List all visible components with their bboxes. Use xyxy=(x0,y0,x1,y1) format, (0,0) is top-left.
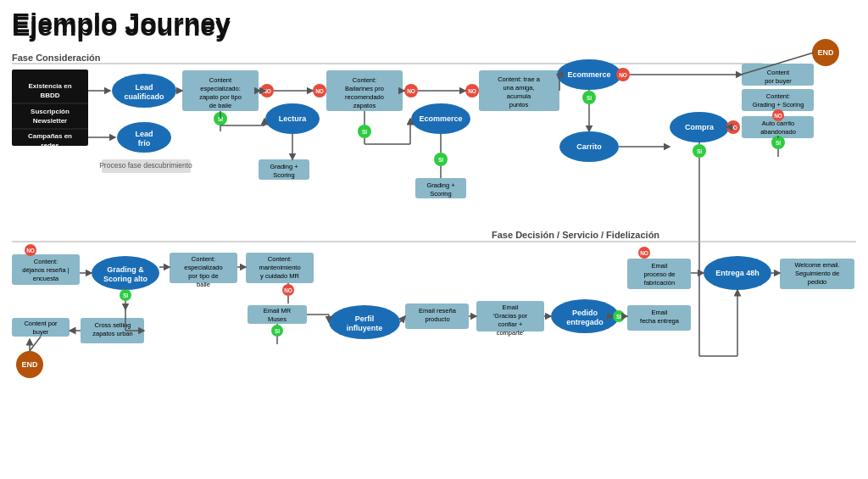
svg-text:influyente: influyente xyxy=(347,324,383,332)
svg-rect-70 xyxy=(479,70,559,111)
svg-point-125 xyxy=(25,244,36,256)
svg-rect-150 xyxy=(248,305,307,324)
svg-text:puntos: puntos xyxy=(509,101,529,109)
svg-rect-183 xyxy=(627,259,691,289)
svg-point-116 xyxy=(812,39,839,66)
svg-text:Fase Decisión / Servicio / Fid: Fase Decisión / Servicio / Fidelización xyxy=(492,230,659,240)
svg-text:fecha entrega: fecha entrega xyxy=(640,317,680,325)
svg-point-172 xyxy=(551,299,619,333)
svg-point-15 xyxy=(117,122,171,153)
svg-text:Grading +: Grading + xyxy=(426,181,455,189)
svg-text:SI: SI xyxy=(697,148,702,154)
svg-text:Suscripción: Suscripción xyxy=(31,108,70,115)
svg-point-153 xyxy=(271,325,283,337)
svg-text:por buyer: por buyer xyxy=(765,77,792,85)
svg-text:NO: NO xyxy=(315,88,324,94)
svg-text:Ecommerce: Ecommerce xyxy=(419,114,462,123)
svg-rect-202 xyxy=(81,318,144,343)
svg-text:END: END xyxy=(21,360,38,369)
svg-text:Auto carrito: Auto carrito xyxy=(762,120,794,127)
page: Ejemplo Journey Ejemplo Journey Fase Con… xyxy=(0,0,868,479)
svg-rect-121 xyxy=(12,254,80,285)
svg-rect-199 xyxy=(12,318,70,337)
svg-rect-100 xyxy=(742,116,814,138)
svg-point-97 xyxy=(726,120,740,134)
svg-text:especializado: especializado xyxy=(184,264,222,271)
svg-text:Grading +: Grading + xyxy=(270,163,298,170)
svg-text:Lead: Lead xyxy=(135,83,153,92)
svg-text:NO: NO xyxy=(729,125,737,131)
svg-text:Muses: Muses xyxy=(268,315,287,323)
svg-text:Fase Consideración: Fase Consideración xyxy=(12,53,101,63)
svg-point-84 xyxy=(582,91,596,104)
svg-text:Content: Content xyxy=(209,76,232,84)
svg-text:Pedido: Pedido xyxy=(572,309,598,317)
svg-text:SI: SI xyxy=(438,157,443,163)
svg-text:producto: producto xyxy=(425,315,449,323)
svg-text:abandonado: abandonado xyxy=(760,128,796,136)
svg-point-28 xyxy=(265,103,320,134)
svg-text:cualificado: cualificado xyxy=(124,92,164,101)
svg-text:confiar +: confiar + xyxy=(498,320,524,328)
svg-text:NO: NO xyxy=(640,250,648,256)
svg-point-52 xyxy=(411,103,470,134)
svg-text:pedido: pedido xyxy=(808,278,827,286)
page-title: Ejemplo Journey xyxy=(12,8,856,38)
svg-text:Welcome email.: Welcome email. xyxy=(794,261,839,269)
svg-text:déjanos reseña |: déjanos reseña | xyxy=(22,266,69,274)
svg-text:mantenimiento: mantenimiento xyxy=(259,264,300,271)
svg-text:Bailarines pro: Bailarines pro xyxy=(345,85,384,92)
svg-text:Existencia en: Existencia en xyxy=(28,82,71,90)
svg-point-103 xyxy=(771,136,785,149)
svg-text:Entrega 48h: Entrega 48h xyxy=(715,269,760,277)
svg-text:zapatos: zapatos xyxy=(353,102,376,109)
svg-text:NO: NO xyxy=(468,88,476,94)
svg-text:Email: Email xyxy=(503,304,519,311)
svg-text:Carrito: Carrito xyxy=(576,142,602,151)
svg-text:Perfil: Perfil xyxy=(355,315,375,323)
svg-point-63 xyxy=(434,153,448,166)
svg-text:acumula: acumula xyxy=(507,92,531,100)
svg-text:SI: SI xyxy=(218,116,223,122)
svg-text:Content:: Content: xyxy=(268,255,292,263)
svg-rect-67 xyxy=(415,178,466,198)
svg-line-118 xyxy=(741,53,814,75)
svg-text:NO: NO xyxy=(619,72,627,78)
svg-text:comparte': comparte' xyxy=(497,329,525,337)
svg-text:Seguimiento de: Seguimiento de xyxy=(795,270,839,277)
svg-point-80 xyxy=(616,68,630,81)
svg-line-165 xyxy=(400,316,405,322)
svg-text:NO: NO xyxy=(284,287,292,293)
svg-point-189 xyxy=(704,256,771,290)
svg-text:Ecommerce: Ecommerce xyxy=(567,70,610,79)
svg-text:frío: frío xyxy=(138,139,151,148)
svg-text:entregado: entregado xyxy=(566,318,604,326)
svg-point-54 xyxy=(404,84,418,97)
svg-text:Content:: Content: xyxy=(34,258,58,265)
svg-text:una amiga,: una amiga, xyxy=(503,84,534,92)
svg-text:BBDD: BBDD xyxy=(40,92,59,99)
svg-point-91 xyxy=(670,112,729,142)
svg-rect-166 xyxy=(476,301,544,331)
svg-point-208 xyxy=(16,351,43,378)
svg-rect-3 xyxy=(12,70,88,146)
svg-point-131 xyxy=(120,289,131,301)
svg-text:Email: Email xyxy=(652,262,668,270)
svg-point-78 xyxy=(557,59,621,90)
svg-rect-26 xyxy=(102,159,191,173)
svg-text:Cross selling: Cross selling xyxy=(95,321,131,329)
svg-rect-111 xyxy=(742,89,814,111)
svg-point-127 xyxy=(92,256,159,290)
svg-text:Email MR: Email MR xyxy=(264,307,292,315)
svg-text:Email reseña: Email reseña xyxy=(419,307,457,315)
svg-rect-40 xyxy=(259,159,309,180)
svg-point-179 xyxy=(613,310,625,322)
svg-text:buyer: buyer xyxy=(33,328,49,336)
svg-text:por tipo de: por tipo de xyxy=(188,272,218,280)
svg-text:SI: SI xyxy=(776,140,781,146)
svg-rect-192 xyxy=(780,259,854,289)
svg-text:NO: NO xyxy=(407,88,415,94)
svg-point-12 xyxy=(112,74,176,108)
svg-text:redes: redes xyxy=(41,142,59,149)
svg-text:Proceso fase descubrimiento: Proceso fase descubrimiento xyxy=(99,161,192,170)
